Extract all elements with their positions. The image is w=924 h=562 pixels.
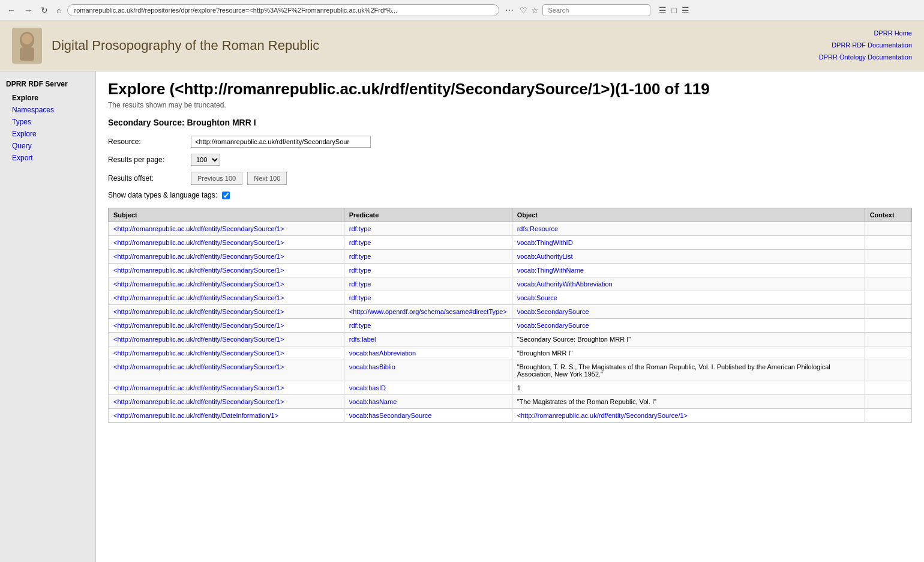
subject-link[interactable]: <http://romanrepublic.ac.uk/rdf/entity/S… [113, 294, 284, 301]
object-link[interactable]: vocab:ThingWithID [517, 239, 573, 246]
predicate-link[interactable]: rdf:type [349, 280, 371, 288]
url-bar[interactable] [67, 4, 499, 16]
subject-link[interactable]: <http://romanrepublic.ac.uk/rdf/entity/S… [113, 280, 284, 288]
home-button[interactable]: ⌂ [54, 4, 64, 16]
table-row: <http://romanrepublic.ac.uk/rdf/entity/S… [109, 291, 912, 305]
predicate-link[interactable]: vocab:hasAbbreviation [349, 349, 416, 357]
table-row: <http://romanrepublic.ac.uk/rdf/entity/S… [109, 236, 912, 250]
object-literal: "Broughton, T. R. S., The Magistrates of… [512, 360, 865, 381]
table-row: <http://romanrepublic.ac.uk/rdf/entity/S… [109, 305, 912, 319]
subject-link[interactable]: <http://romanrepublic.ac.uk/rdf/entity/S… [113, 253, 284, 260]
predicate-link[interactable]: <http://www.openrdf.org/schema/sesame#di… [349, 308, 507, 315]
back-button[interactable]: ← [5, 4, 18, 16]
object-literal: "Secondary Source: Broughton MRR I" [512, 333, 865, 346]
browser-search-input[interactable] [542, 4, 650, 16]
content-area: Explore (<http://romanrepublic.ac.uk/rdf… [96, 71, 924, 562]
show-datatypes-row: Show data types & language tags: [108, 191, 912, 199]
sidebar-item-namespaces[interactable]: Namespaces [0, 104, 95, 116]
sidebar-item-query[interactable]: Query [0, 140, 95, 152]
site-logo [12, 28, 42, 64]
object-link[interactable]: vocab:SecondarySource [517, 322, 589, 329]
context-cell [865, 236, 911, 250]
object-link[interactable]: vocab:AuthorityWithAbbreviation [517, 280, 613, 288]
menu-dots-icon: ⋯ [505, 5, 514, 15]
results-per-page-label: Results per page: [108, 156, 186, 164]
predicate-link[interactable]: rdf:type [349, 294, 371, 301]
subject-link[interactable]: <http://romanrepublic.ac.uk/rdf/entity/S… [113, 239, 284, 246]
table-row: <http://romanrepublic.ac.uk/rdf/entity/S… [109, 222, 912, 236]
context-cell [865, 409, 911, 423]
col-header-subject: Subject [109, 208, 344, 222]
subject-link[interactable]: <http://romanrepublic.ac.uk/rdf/entity/S… [113, 384, 284, 391]
predicate-link[interactable]: rdf:type [349, 322, 371, 329]
predicate-link[interactable]: rdf:type [349, 239, 371, 246]
page-title: Explore (<http://romanrepublic.ac.uk/rdf… [108, 80, 912, 98]
page-subtitle: The results shown may be truncated. [108, 101, 912, 109]
sidebar-item-explore[interactable]: Explore [0, 128, 95, 140]
context-cell [865, 333, 911, 346]
subject-link[interactable]: <http://romanrepublic.ac.uk/rdf/entity/S… [113, 322, 284, 329]
sidebar: DPRR RDF Server Explore Namespaces Types… [0, 71, 96, 562]
show-datatypes-checkbox[interactable] [222, 192, 230, 199]
context-cell [865, 319, 911, 333]
browser-right-icons: ☰ □ ☰ [659, 5, 689, 15]
context-cell [865, 291, 911, 305]
object-link[interactable]: vocab:Source [517, 294, 557, 301]
sidebar-item-export[interactable]: Export [0, 152, 95, 164]
context-cell [865, 346, 911, 360]
predicate-link[interactable]: rdf:type [349, 225, 371, 232]
window-icon: □ [671, 5, 676, 15]
context-cell [865, 305, 911, 319]
dprr-home-link[interactable]: DPRR Home [819, 28, 912, 40]
object-link[interactable]: vocab:ThingWithName [517, 267, 584, 274]
subject-link[interactable]: <http://romanrepublic.ac.uk/rdf/entity/S… [113, 225, 284, 232]
subject-link[interactable]: <http://romanrepublic.ac.uk/rdf/entity/S… [113, 308, 284, 315]
subject-link[interactable]: <http://romanrepublic.ac.uk/rdf/entity/D… [113, 412, 278, 419]
dprr-rdf-doc-link[interactable]: DPRR RDF Documentation [819, 40, 912, 52]
site-title: Digital Prosopography of the Roman Repub… [52, 38, 319, 53]
site-header-left: Digital Prosopography of the Roman Repub… [12, 28, 319, 64]
object-literal: "Broughton MRR I" [512, 346, 865, 360]
predicate-link[interactable]: rdf:type [349, 253, 371, 260]
sidebar-item-types[interactable]: Types [0, 116, 95, 128]
object-link[interactable]: vocab:AuthorityList [517, 253, 573, 260]
context-cell [865, 264, 911, 277]
subject-link[interactable]: <http://romanrepublic.ac.uk/rdf/entity/S… [113, 267, 284, 274]
star-icon: ☆ [531, 5, 539, 15]
object-link[interactable]: rdfs:Resource [517, 225, 558, 232]
next-100-button[interactable]: Next 100 [247, 172, 287, 185]
table-row: <http://romanrepublic.ac.uk/rdf/entity/D… [109, 409, 912, 423]
results-offset-row: Results offset: Previous 100 Next 100 [108, 172, 912, 185]
table-row: <http://romanrepublic.ac.uk/rdf/entity/S… [109, 277, 912, 291]
table-row: <http://romanrepublic.ac.uk/rdf/entity/S… [109, 319, 912, 333]
col-header-context: Context [865, 208, 911, 222]
predicate-link[interactable]: rdf:type [349, 267, 371, 274]
object-link[interactable]: vocab:SecondarySource [517, 308, 589, 315]
results-per-page-select[interactable]: 100 50 200 [191, 154, 220, 166]
predicate-link[interactable]: vocab:hasName [349, 398, 397, 405]
subject-link[interactable]: <http://romanrepublic.ac.uk/rdf/entity/S… [113, 349, 284, 357]
col-header-predicate: Predicate [344, 208, 512, 222]
prev-100-button[interactable]: Previous 100 [191, 172, 242, 185]
context-cell [865, 222, 911, 236]
sidebar-title: DPRR RDF Server [0, 76, 95, 92]
predicate-link[interactable]: vocab:hasID [349, 384, 386, 391]
subject-link[interactable]: <http://romanrepublic.ac.uk/rdf/entity/S… [113, 363, 284, 370]
forward-button[interactable]: → [22, 4, 35, 16]
object-link[interactable]: <http://romanrepublic.ac.uk/rdf/entity/S… [517, 412, 688, 419]
results-table: Subject Predicate Object Context <http:/… [108, 208, 912, 423]
predicate-link[interactable]: vocab:hasBiblio [349, 363, 395, 370]
browser-chrome: ← → ↻ ⌂ ⋯ ♡ ☆ ☰ □ ☰ [0, 0, 924, 20]
refresh-button[interactable]: ↻ [38, 4, 50, 16]
subject-link[interactable]: <http://romanrepublic.ac.uk/rdf/entity/S… [113, 398, 284, 405]
object-literal: "The Magistrates of the Roman Republic, … [512, 395, 865, 409]
subject-link[interactable]: <http://romanrepublic.ac.uk/rdf/entity/S… [113, 336, 284, 343]
resource-input[interactable] [191, 136, 371, 148]
table-row: <http://romanrepublic.ac.uk/rdf/entity/S… [109, 264, 912, 277]
context-cell [865, 360, 911, 381]
table-row: <http://romanrepublic.ac.uk/rdf/entity/S… [109, 360, 912, 381]
predicate-link[interactable]: rdfs:label [349, 336, 376, 343]
dprr-ontology-doc-link[interactable]: DPRR Ontology Documentation [819, 52, 912, 64]
sidebar-item-explore-top[interactable]: Explore [0, 92, 95, 104]
predicate-link[interactable]: vocab:hasSecondarySource [349, 412, 432, 419]
